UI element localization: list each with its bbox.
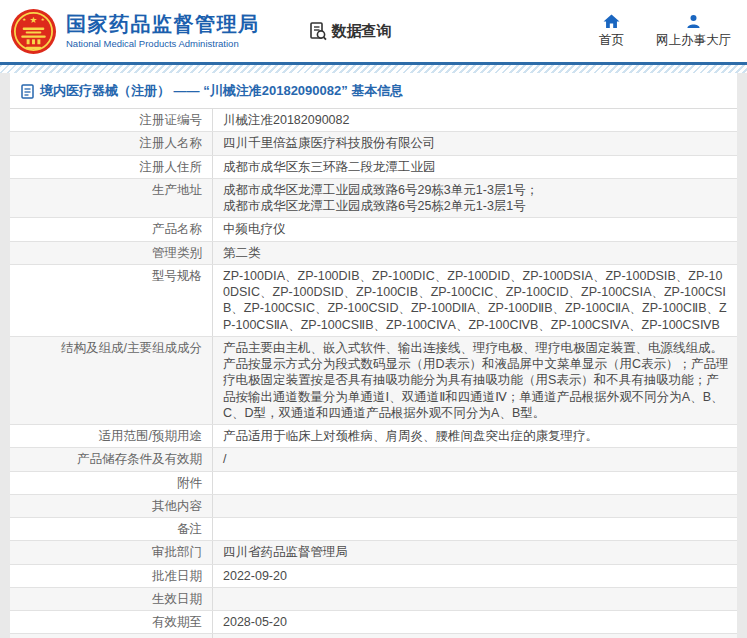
table-row: 备注 [10,518,737,541]
header-hatch-band [0,65,747,73]
document-icon [21,84,34,99]
table-row: 结构及组成/主要组成成分 产品主要由主机、嵌入式软件、输出连接线、理疗电极、理疗… [10,337,737,425]
field-label: 有效期至 [10,611,213,633]
field-value: 成都市成华区龙潭工业园成致路6号29栋3单元1-3层1号； 成都市成华区龙潭工业… [213,179,737,218]
home-icon [603,14,620,29]
field-value: 2028-05-20 [213,611,737,633]
field-label: 生效日期 [10,588,213,610]
nav-home-label: 首页 [599,32,624,49]
field-value: 四川千里倍益康医疗科技股份有限公司 [213,132,737,154]
field-label: 注册人住所 [10,156,213,178]
table-row: 注册人名称 四川千里倍益康医疗科技股份有限公司 [10,132,737,155]
svg-text:★: ★ [41,17,45,22]
table-row: 产品名称 中频电疗仪 [10,218,737,241]
field-label: 变更情况 [10,634,213,638]
field-value: 成都市成华区东三环路二段龙潭工业园 [213,156,737,178]
field-label: 适用范围/预期用途 [10,425,213,447]
field-value [213,588,737,610]
document-search-icon [308,21,328,41]
table-row: 批准日期 2022-09-20 [10,565,737,588]
field-label: 批准日期 [10,565,213,587]
nmpa-logo[interactable]: ★ ★ ★ 国家药品监督管理局 National Medical Product… [10,8,260,55]
org-name-en: National Medical Products Administration [66,38,260,49]
field-value: / [213,448,737,470]
table-row: 注册证编号 川械注准20182090082 [10,109,737,132]
table-row: 管理类别 第二类 [10,242,737,265]
table-row: 型号规格 ZP-100DⅠA、ZP-100DⅠB、ZP-100DⅠC、ZP-10… [10,265,737,337]
field-label: 其他内容 [10,495,213,517]
field-label: 注册人名称 [10,132,213,154]
table-row: 附件 [10,472,737,495]
field-value [213,472,737,494]
registration-info-table: 注册证编号 川械注准20182090082 注册人名称 四川千里倍益康医疗科技股… [10,108,737,638]
field-label: 产品储存条件及有效期 [10,448,213,470]
field-value [213,518,737,540]
breadcrumb: 境内医疗器械（注册） —— “川械注准20182090082” 基本信息 [10,73,737,108]
field-label: 结构及组成/主要组成成分 [10,337,213,424]
field-label: 产品名称 [10,218,213,240]
svg-text:★: ★ [30,15,38,25]
field-label: 审批部门 [10,541,213,563]
table-row: 产品储存条件及有效期 / [10,448,737,471]
field-value: 产品适用于临床上对颈椎病、肩周炎、腰椎间盘突出症的康复理疗。 [213,425,737,447]
field-label: 备注 [10,518,213,540]
svg-text:★: ★ [22,17,26,22]
person-icon [686,14,701,29]
table-row: 生效日期 [10,588,737,611]
field-value: 第二类 [213,242,737,264]
field-label: 注册证编号 [10,109,213,131]
field-value: 川械注准20182090082 [213,109,737,131]
table-row: 适用范围/预期用途 产品适用于临床上对颈椎病、肩周炎、腰椎间盘突出症的康复理疗。 [10,425,737,448]
table-row: 变更情况 [10,634,737,638]
nav-home[interactable]: 首页 [599,14,624,49]
table-row: 有效期至 2028-05-20 [10,611,737,634]
breadcrumb-text: 境内医疗器械（注册） —— “川械注准20182090082” 基本信息 [40,82,403,100]
org-name-cn: 国家药品监督管理局 [66,13,260,36]
field-value: ZP-100DⅠA、ZP-100DⅠB、ZP-100DⅠC、ZP-100DⅠD、… [213,265,737,336]
national-emblem-icon: ★ ★ ★ [10,8,57,55]
field-value: 四川省药品监督管理局 [213,541,737,563]
nav-online-hall[interactable]: 网上办事大厅 [656,14,731,49]
table-row: 审批部门 四川省药品监督管理局 [10,541,737,564]
data-query-label: 数据查询 [332,22,392,41]
field-value: 2022-09-20 [213,565,737,587]
field-value: 中频电疗仪 [213,218,737,240]
table-row: 注册人住所 成都市成华区东三环路二段龙潭工业园 [10,156,737,179]
nav-online-hall-label: 网上办事大厅 [656,32,731,49]
content-panel: 境内医疗器械（注册） —— “川械注准20182090082” 基本信息 注册证… [10,73,737,638]
field-label: 管理类别 [10,242,213,264]
field-label: 生产地址 [10,179,213,218]
data-query-tab[interactable]: 数据查询 [308,21,392,41]
top-nav: 首页 网上办事大厅 [599,14,731,49]
field-value [213,495,737,517]
field-value [213,634,737,638]
field-value: 产品主要由主机、嵌入式软件、输出连接线、理疗电极、理疗电极固定装置、电源线组成。… [213,337,737,424]
field-label: 附件 [10,472,213,494]
org-name-block: 国家药品监督管理局 National Medical Products Admi… [66,13,260,49]
page-header: ★ ★ ★ 国家药品监督管理局 National Medical Product… [0,0,747,62]
table-row: 其他内容 [10,495,737,518]
table-row: 生产地址 成都市成华区龙潭工业园成致路6号29栋3单元1-3层1号； 成都市成华… [10,179,737,219]
field-label: 型号规格 [10,265,213,336]
